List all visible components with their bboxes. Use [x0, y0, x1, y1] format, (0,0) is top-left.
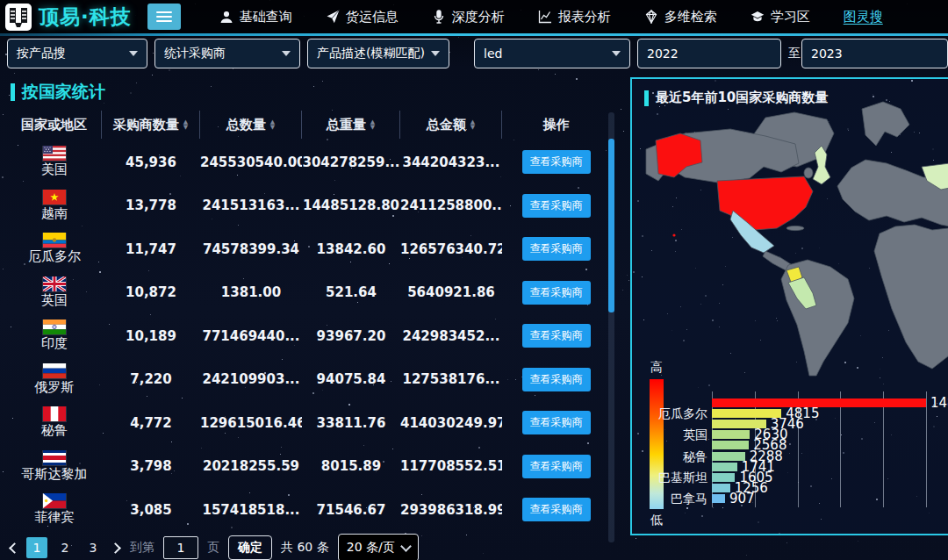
table-row: 菲律宾3,085157418518...71546.67293986318.99… — [7, 488, 610, 532]
ec-flag-icon — [43, 233, 66, 248]
sort-icon[interactable]: ▲▼ — [270, 119, 275, 130]
vn-flag-icon — [43, 190, 66, 205]
menu-item-报表分析[interactable]: 报表分析 — [538, 9, 611, 25]
keyword-select[interactable]: led — [474, 39, 630, 68]
menu-item-基础查询[interactable]: 基础查询 — [219, 9, 292, 25]
table-row: 越南13,778241513163...14485128.80241125880… — [7, 184, 610, 228]
chart-bar-巴拿马 — [712, 494, 725, 503]
amount-cell: 2411258800... — [400, 197, 502, 213]
table-row: 哥斯达黎加3,79820218255.598015.89117708552.51… — [7, 445, 610, 489]
year-from-input[interactable] — [637, 39, 781, 68]
qty-cell: 245530540.00 — [200, 154, 302, 170]
chart-bar-秘鲁 — [712, 452, 745, 461]
search-mode-select[interactable]: 按产品搜 — [7, 39, 147, 68]
amount-cell: 344204323... — [400, 154, 502, 170]
to-label: 至 — [788, 46, 801, 61]
select-value: 按产品搜 — [17, 46, 66, 61]
action-cell: 查看采购商 — [502, 411, 610, 434]
column-header-总数量[interactable]: 总数量▲▼ — [200, 111, 302, 139]
table-scrollbar[interactable] — [608, 112, 614, 542]
menu-item-深度分析[interactable]: 深度分析 — [432, 9, 505, 25]
menu-item-货运信息[interactable]: 货运信息 — [326, 9, 399, 25]
buyers-cell: 3,798 — [102, 458, 200, 474]
country-name: 菲律宾 — [35, 509, 75, 526]
ru-flag-icon — [43, 363, 66, 378]
filter-bar: 按产品搜 统计采购商 产品描述(模糊匹配) led 至 — [0, 39, 948, 72]
view-buyers-button[interactable]: 查看采购商 — [522, 498, 591, 521]
stat-mode-select[interactable]: 统计采购商 — [154, 39, 300, 68]
chevron-down-icon — [400, 541, 412, 552]
menu-item-label: 深度分析 — [452, 9, 505, 25]
microphone-icon — [432, 10, 446, 24]
view-buyers-button[interactable]: 查看采购商 — [522, 368, 591, 391]
action-cell: 查看采购商 — [502, 324, 610, 348]
amount-cell: 414030249.97 — [400, 415, 502, 431]
amount-cell: 126576340.72 — [400, 241, 502, 257]
app-logo-icon — [5, 4, 32, 31]
sort-icon[interactable]: ▲▼ — [183, 119, 188, 130]
view-buyers-button[interactable]: 查看采购商 — [522, 455, 591, 478]
menu-item-label: 图灵搜 — [844, 9, 883, 25]
table-row: 印度10,189771469440...93967.20242983452...… — [7, 314, 610, 358]
view-buyers-button[interactable]: 查看采购商 — [522, 237, 591, 261]
country-name: 印度 — [41, 335, 68, 352]
match-mode-select[interactable]: 产品描述(模糊匹配) — [307, 39, 449, 68]
country-cell: 哥斯达黎加 — [7, 450, 102, 483]
action-cell: 查看采购商 — [502, 194, 610, 218]
menu-item-label: 基础查询 — [240, 9, 292, 25]
brand: 顶易·科技 — [0, 4, 181, 31]
gem-icon — [644, 10, 658, 24]
country-name: 越南 — [41, 205, 68, 222]
country-name: 哥斯达黎加 — [22, 466, 88, 483]
view-buyers-button[interactable]: 查看采购商 — [522, 281, 591, 305]
menu-item-label: 货运信息 — [346, 9, 399, 25]
menu-toggle-button[interactable] — [147, 4, 181, 30]
scrollbar-thumb[interactable] — [608, 139, 614, 312]
qty-cell: 241513163... — [200, 197, 302, 213]
sort-icon[interactable]: ▲▼ — [470, 119, 475, 130]
menu-item-label: 多维检索 — [664, 9, 717, 25]
action-cell: 查看采购商 — [502, 281, 610, 305]
page-button-1[interactable]: 1 — [26, 537, 47, 558]
menu-item-学习区[interactable]: 学习区 — [750, 9, 810, 25]
country-cell: 秘鲁 — [7, 406, 102, 439]
menu-item-多维检索[interactable]: 多维检索 — [644, 9, 717, 25]
page-button-3[interactable]: 3 — [83, 537, 104, 558]
column-header-总金额[interactable]: 总金额▲▼ — [400, 111, 502, 139]
view-buyers-button[interactable]: 查看采购商 — [522, 324, 591, 348]
view-buyers-button[interactable]: 查看采购商 — [522, 150, 591, 174]
buyers-cell: 3,085 — [102, 502, 200, 518]
sort-icon[interactable]: ▲▼ — [370, 119, 375, 130]
country-cell: 菲律宾 — [7, 493, 102, 526]
page-size-select[interactable]: 20 条/页 — [338, 534, 419, 560]
country-name: 俄罗斯 — [35, 379, 75, 396]
prev-page-button[interactable] — [9, 543, 18, 552]
amount-cell: 127538176... — [400, 371, 502, 387]
goto-page-input[interactable] — [163, 536, 198, 559]
weight-cell: 14485128.80 — [302, 197, 400, 213]
view-buyers-button[interactable]: 查看采购商 — [522, 194, 591, 218]
confirm-button[interactable]: 确定 — [228, 535, 272, 560]
category-label-巴拿马: 巴拿马 — [637, 493, 707, 504]
buyers-cell: 10,872 — [102, 284, 200, 300]
buyers-cell: 10,189 — [102, 328, 200, 344]
column-header-label: 总重量 — [327, 117, 366, 133]
action-cell: 查看采购商 — [502, 150, 610, 174]
column-header-采购商数量[interactable]: 采购商数量▲▼ — [102, 111, 200, 139]
amount-cell: 293986318.99 — [400, 502, 502, 518]
total-count-label: 共 60 条 — [281, 540, 329, 556]
page-unit-label: 页 — [207, 540, 219, 556]
view-buyers-button[interactable]: 查看采购商 — [522, 411, 591, 434]
country-cell: 英国 — [7, 276, 102, 309]
qty-cell: 1381.00 — [200, 284, 302, 300]
chart-bar-巴基斯坦 — [712, 473, 735, 482]
column-header-总重量[interactable]: 总重量▲▼ — [302, 111, 400, 139]
column-header-label: 操作 — [543, 117, 570, 133]
weight-cell: 8015.89 — [302, 458, 400, 474]
year-to-input[interactable] — [801, 39, 948, 68]
top-navbar: 顶易·科技 基础查询货运信息深度分析报表分析多维检索学习区图灵搜 — [0, 0, 948, 33]
page-button-2[interactable]: 2 — [54, 537, 75, 558]
menu-item-图灵搜[interactable]: 图灵搜 — [844, 9, 883, 25]
next-page-button[interactable] — [112, 543, 121, 552]
country-stats-panel: 按国家统计 国家或地区采购商数量▲▼总数量▲▼总重量▲▼总金额▲▼操作 美国45… — [0, 74, 623, 560]
